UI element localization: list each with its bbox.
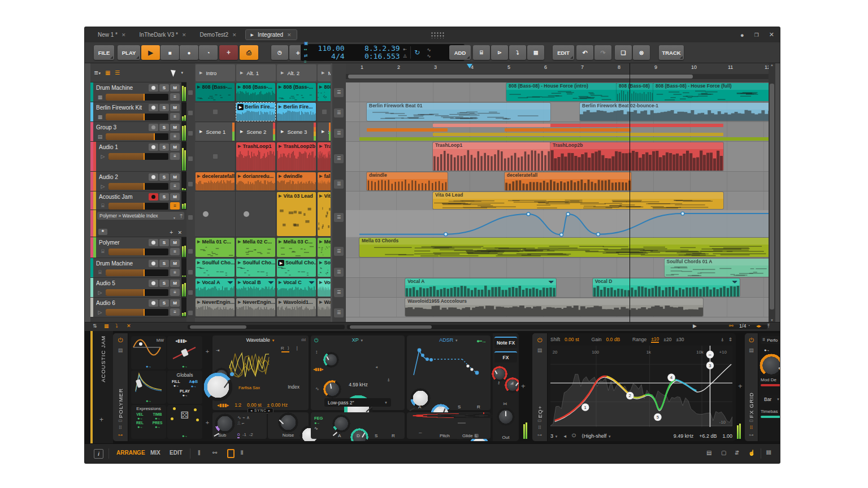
arranger-clip-808-bass-08-house-force-intro-[interactable]: 808 (Bass-08) - House Force (intro) (506, 83, 617, 101)
arranger-clip-berlin-firework-beat-02-bounce-1[interactable]: Berlin Firework Beat 02-bounce-1 (580, 103, 769, 121)
add-mod-button[interactable]: + (203, 348, 211, 355)
automation-lane[interactable] (346, 210, 769, 237)
undo-button[interactable]: ↶ (576, 45, 593, 60)
record-arm-button[interactable] (149, 104, 158, 111)
clip-slot[interactable]: ▶Soulf (317, 258, 331, 277)
device-grid-icon[interactable]: ⠿ (750, 425, 753, 430)
slot-stop-button[interactable] (322, 110, 327, 114)
io-panel-icon[interactable]: ⇵ (735, 450, 739, 456)
automation-star-button[interactable]: ★ (98, 229, 107, 235)
sub-knob[interactable] (217, 416, 233, 432)
scene-options-button[interactable]: ☰ (334, 288, 344, 297)
keyboard-panel-icon[interactable]: ⫴⫴ (766, 450, 771, 456)
sub-octave-options[interactable]: 0 -1 -2 (237, 432, 253, 437)
band-power-icon[interactable]: ⏻ (572, 433, 576, 439)
track-stop-button[interactable] (188, 156, 193, 161)
project-tab-integrated[interactable]: ▶Integrated✕ (245, 29, 297, 40)
transport-mini-icons[interactable]: ▣▪▪⇄≡ (301, 41, 312, 64)
keytrack-icon[interactable]: ◂▮▮▮▸ (217, 403, 229, 408)
clip-slot[interactable]: ▶Berlin Fire... (276, 102, 317, 121)
clip-slot[interactable] (195, 191, 236, 237)
env-a-knob[interactable] (413, 390, 428, 406)
track-stop-button[interactable] (188, 290, 193, 295)
snap-mode-icon[interactable]: ◂▸ (756, 323, 761, 329)
index-mode-icons[interactable]: Ɍ⟩⎹ (281, 346, 301, 351)
launcher-clip[interactable]: ▶NeverEngin... (196, 298, 235, 316)
track-options-button[interactable]: ≡ (170, 182, 180, 190)
filter-power-icon[interactable]: ⏻ (314, 337, 319, 344)
mod-arrow-icon[interactable]: ●→ (146, 399, 151, 403)
filter-env-icon[interactable]: ∿ (315, 386, 319, 391)
scene-play-icon[interactable]: ▶ (199, 71, 202, 75)
record-arm-button[interactable] (149, 280, 158, 287)
track-options-button[interactable]: ≡ (170, 133, 180, 140)
dashboard-button[interactable] (431, 32, 445, 38)
arranger-lane-group-3[interactable] (346, 122, 769, 142)
solo-button[interactable]: S (159, 299, 169, 307)
clip-slot[interactable] (317, 102, 331, 121)
track-header-drum-machine[interactable]: Drum MachineSM▦≡ (90, 82, 186, 102)
scene-options-button[interactable]: ☰ (334, 108, 344, 117)
record-arm-button[interactable] (149, 173, 158, 181)
track-header-audio-1[interactable]: Audio 1SM▷≡ (90, 142, 186, 172)
arranger-clip-wavoloid1955-acccolours[interactable]: Wavoloid1955 Acccolours (405, 298, 703, 316)
jump-button[interactable]: ⤵ (509, 45, 526, 60)
volume-fader[interactable] (106, 133, 168, 140)
beat-ruler[interactable]: 123456789101112 (346, 63, 769, 82)
osc-ratio[interactable]: 1:2 (235, 402, 241, 408)
scene-play-icon[interactable]: ▶ (281, 129, 284, 134)
range-10[interactable]: ±10 (651, 336, 659, 343)
solo-button[interactable]: S (159, 124, 169, 131)
device-track-column[interactable]: ACOUSTIC JAM + (93, 331, 113, 443)
track-header-audio-6[interactable]: Audio 6SM▷≡ (90, 298, 186, 317)
jump-metronome-icons[interactable]: ⇤◬ (400, 47, 411, 58)
pin-icon[interactable]: ⍑ (180, 214, 183, 220)
solo-band-icon[interactable]: ⍋ (721, 337, 724, 343)
window-min-icon[interactable]: ● (740, 32, 744, 38)
track-options-button[interactable]: ≡ (170, 93, 180, 101)
launcher-clip[interactable]: ▶808 (Bass-... (196, 83, 235, 101)
arranger-clip-trashloop1[interactable]: TrashLoop1 (433, 142, 550, 171)
clip-slot[interactable]: ▶808 (Bass-... (276, 82, 317, 102)
clip-slot[interactable]: ▶808 (B (317, 82, 331, 102)
device-power-icon[interactable]: ⏻ (749, 337, 754, 344)
slot-stop-button[interactable] (213, 154, 218, 159)
clip-slot[interactable]: ▶Scene 3 (276, 122, 317, 141)
add-mod-button[interactable]: + (203, 419, 211, 426)
launcher-clip[interactable]: Soulful Cho...▶ (277, 259, 316, 277)
tab-mix[interactable]: MIX (150, 450, 160, 456)
scene-play-icon[interactable]: ▶ (240, 71, 243, 75)
instrument-browser-button[interactable]: ⌸ (473, 45, 490, 60)
mod-globals-cell[interactable]: Globals FILL●→ A◆B●→ PLAY●→ (167, 371, 202, 404)
device-power-icon[interactable]: ⏻ (537, 337, 542, 344)
solo-button[interactable]: S (159, 104, 169, 111)
filter-spread-icon[interactable]: ↕ (315, 349, 318, 355)
window-restore-icon[interactable]: ❐ (754, 32, 759, 38)
browser-panel-icon[interactable]: ▤ (706, 450, 711, 456)
clip-slot[interactable]: ▶Soulful Cho... (236, 258, 276, 277)
scene-options-button[interactable]: ☰ (334, 268, 344, 277)
track-stop-button[interactable] (188, 182, 193, 186)
device-preset-icon[interactable]: ▤ (537, 347, 542, 353)
add-device-button[interactable]: + (738, 382, 743, 390)
mod-arrow-icon[interactable]: ●→ (149, 416, 166, 420)
track-stop-button[interactable] (188, 270, 193, 274)
retrig-icon[interactable]: ⇥ (216, 348, 220, 353)
device-mod-icon[interactable]: ⊶ (118, 433, 123, 438)
wavetable-display[interactable] (228, 348, 270, 383)
launcher-hscrollbar[interactable] (188, 325, 345, 329)
arranger-clip-trashloop2b[interactable]: TrashLoop2b (550, 142, 723, 171)
group-scene-cell[interactable]: ▶Scene 3 (277, 123, 316, 141)
slot-record-button[interactable] (203, 211, 209, 217)
clip-slot[interactable]: ▶dwindle (276, 172, 317, 191)
key-amount-knob[interactable] (494, 368, 505, 380)
device-mod-icon[interactable]: ⊶ (537, 433, 542, 438)
launcher-clip[interactable]: ▶Berlin Fire... (277, 103, 316, 121)
clip-slot[interactable]: ▶fallon (317, 172, 331, 191)
punch-record-button[interactable]: ⎙ (240, 45, 258, 60)
track-header-audio-2[interactable]: Audio 2SM▷≡ (90, 172, 186, 191)
fx-slot[interactable]: FX (494, 351, 517, 363)
clip-slot[interactable]: ▶808 (Bass-... (236, 82, 276, 102)
mod-arrow-icon[interactable]: ●→ (189, 384, 198, 388)
arranger-lane-audio-5[interactable]: Vocal A◥◤Vocal D◥◤ (346, 278, 769, 298)
